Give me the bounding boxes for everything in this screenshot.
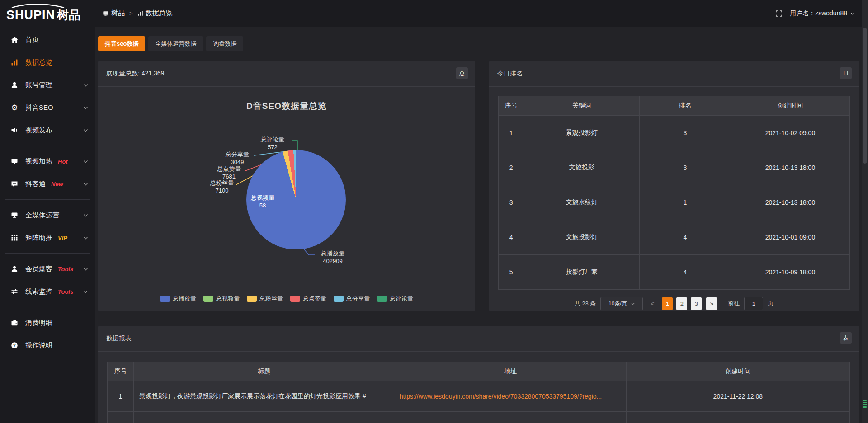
legend-swatch: [247, 296, 257, 302]
sidebar-item-label: 全媒体运营: [25, 211, 59, 220]
sidebar-item-badge: Tools: [58, 266, 73, 273]
page-button-3[interactable]: 3: [691, 297, 702, 310]
cell-created: 2021-10-13 18:00: [731, 185, 849, 220]
sidebar-item-线索监控[interactable]: 线索监控Tools: [0, 280, 95, 303]
sidebar-item-label: 抖客通: [25, 180, 46, 188]
overview-panel: 展现量总数: 421,369 总 D音SEO数据量总览 总评论量572: [98, 61, 475, 311]
sidebar-item-操作说明[interactable]: ?操作说明: [0, 334, 95, 357]
tab-抖音seo数据[interactable]: 抖音seo数据: [98, 36, 145, 51]
cell-keyword: 投影灯厂家: [524, 255, 639, 290]
sidebar-item-badge: New: [51, 181, 63, 188]
legend-item-总视频量[interactable]: 总视频量: [203, 295, 240, 303]
fullscreen-icon[interactable]: [775, 10, 783, 17]
page-button-2[interactable]: 2: [676, 297, 687, 310]
pie-label-videos: 总视频量58: [249, 194, 277, 209]
sidebar-item-消费明细[interactable]: 消费明细: [0, 311, 95, 334]
page-buttons: 123: [662, 297, 702, 310]
sidebar-item-视频加热[interactable]: 视频加热Hot: [0, 150, 95, 173]
sidebar-item-全媒体运营[interactable]: 全媒体运营: [0, 204, 95, 226]
cell-rank: 1: [639, 185, 731, 220]
sidebar-item-label: 会员爆客: [25, 265, 52, 273]
legend-label: 总分享量: [346, 295, 370, 303]
page-size-select[interactable]: 10条/页: [600, 297, 643, 310]
report-table: 序号标题地址创建时间 1景观投影灯，夜游景观投影灯厂家展示展示落花灯在花园里的灯…: [107, 362, 850, 423]
legend-item-总评论量[interactable]: 总评论量: [377, 295, 413, 303]
chevron-down-icon: [83, 82, 89, 88]
table-row: 1景观投影灯32021-10-02 09:00: [499, 116, 850, 150]
cell-no: 1: [108, 381, 134, 412]
question-icon: ?: [10, 341, 19, 350]
scrollbar-thumb[interactable]: [863, 28, 867, 164]
day-toggle-button[interactable]: 日: [840, 67, 852, 79]
cell-created: 2021-10-02 09:00: [731, 116, 849, 150]
table-row: 3文旅水纹灯12021-10-13 18:00: [499, 185, 850, 220]
chevron-down-icon: [83, 127, 89, 133]
sidebar-item-label: 线索监控: [25, 287, 52, 296]
breadcrumb-current[interactable]: 数据总览: [146, 9, 173, 18]
sidebar-item-数据总览[interactable]: 数据总览: [0, 51, 95, 74]
svg-text:?: ?: [13, 343, 16, 348]
legend-item-总点赞量[interactable]: 总点赞量: [290, 295, 326, 303]
cell-no: 1: [499, 116, 524, 150]
sidebar-item-抖客通[interactable]: 抖客通New: [0, 173, 95, 195]
sidebar-item-badge: VIP: [58, 235, 67, 241]
monitor-icon: [103, 10, 109, 17]
chevron-down-icon: [83, 105, 89, 111]
breadcrumb-root[interactable]: 树品: [111, 9, 125, 18]
ranking-column-header: 序号: [499, 96, 524, 116]
report-title: 数据报表: [106, 334, 132, 343]
scrollbar[interactable]: [862, 0, 868, 423]
sidebar: SHUPIN树品 首页数据总览账号管理⚙抖音SEO视频发布视频加热Hot抖客通N…: [0, 0, 95, 423]
legend-item-总分享量[interactable]: 总分享量: [334, 295, 370, 303]
gear-icon: ⚙: [10, 103, 19, 112]
chart-title: D音SEO数据量总览: [98, 100, 475, 112]
cell-keyword: 文旅水纹灯: [524, 185, 639, 220]
bar-chart-icon: [10, 58, 19, 67]
table-toggle-button[interactable]: 表: [840, 332, 852, 344]
cell-no: 5: [499, 255, 524, 290]
sidebar-item-会员爆客[interactable]: 会员爆客Tools: [0, 258, 95, 280]
sidebar-item-矩阵助推[interactable]: 矩阵助推VIP: [0, 226, 95, 249]
sidebar-item-视频发布[interactable]: 视频发布: [0, 119, 95, 141]
total-toggle-button[interactable]: 总: [456, 67, 468, 79]
sidebar-item-首页[interactable]: 首页: [0, 28, 95, 51]
chat-icon: [10, 179, 19, 188]
sidebar-item-label: 消费明细: [25, 319, 52, 327]
next-page-button[interactable]: >: [706, 297, 717, 310]
legend-label: 总点赞量: [303, 295, 326, 303]
cell-no: 3: [499, 185, 524, 220]
goto-page-input[interactable]: [744, 297, 763, 310]
cell-created: 2021-10-09 18:00: [731, 255, 849, 290]
page-button-1[interactable]: 1: [662, 297, 673, 310]
ranking-column-header: 创建时间: [731, 96, 849, 116]
report-column-header: 序号: [108, 362, 134, 381]
breadcrumb: 树品 > 数据总览: [103, 9, 173, 18]
chevron-down-icon: [83, 266, 89, 272]
app-logo[interactable]: SHUPIN树品: [0, 0, 95, 27]
logo-text-en: SHUPIN: [6, 8, 55, 22]
sidebar-item-抖音SEO[interactable]: ⚙抖音SEO: [0, 96, 95, 119]
pie-label-likes: 总点赞量7681: [212, 165, 246, 180]
logo-arc: [9, 4, 67, 8]
prev-page-button[interactable]: <: [647, 297, 657, 310]
report-panel-header: 数据报表: [98, 326, 859, 352]
ranking-column-header: 关键词: [524, 96, 639, 116]
chevron-down-icon: [83, 212, 89, 218]
user-menu[interactable]: 用户名：zswodun88: [790, 9, 855, 18]
legend-item-总播放量[interactable]: 总播放量: [160, 295, 196, 303]
tab-全媒体运营数据[interactable]: 全媒体运营数据: [148, 36, 203, 51]
report-column-header: 地址: [395, 362, 626, 381]
tab-询盘数据[interactable]: 询盘数据: [206, 36, 243, 51]
table-row: 1景观投影灯，夜游景观投影灯厂家展示展示落花灯在花园里的灯光投影应用效果 #ht…: [108, 381, 850, 412]
logo-text-cn: 树品: [57, 8, 80, 22]
sidebar-item-badge: Tools: [58, 288, 73, 295]
topbar: 树品 > 数据总览 用户名：zswodun88: [95, 0, 868, 27]
goto-unit: 页: [768, 300, 774, 308]
legend-label: 总视频量: [216, 295, 240, 303]
cell-url: https://www.iesdouyin.com/share/video/70…: [395, 381, 626, 412]
sidebar-item-账号管理[interactable]: 账号管理: [0, 74, 95, 96]
legend-item-总粉丝量[interactable]: 总粉丝量: [247, 295, 283, 303]
pagination-total: 共 23 条: [575, 300, 596, 308]
chart-legend: 总播放量总视频量总粉丝量总点赞量总分享量总评论量: [98, 295, 475, 303]
video-link[interactable]: https://www.iesdouyin.com/share/video/70…: [400, 393, 602, 400]
